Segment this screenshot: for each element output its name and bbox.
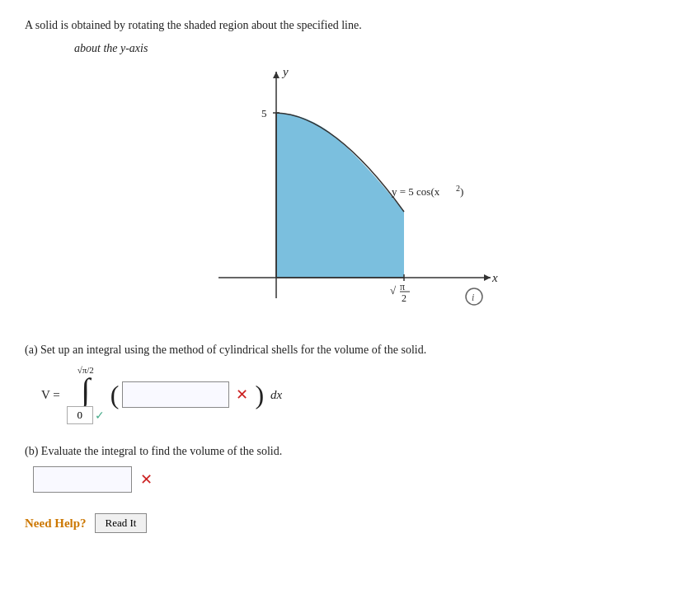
svg-text:y = 5 cos(x: y = 5 cos(x (392, 185, 440, 198)
svg-text:i: i (472, 292, 474, 303)
problem-statement: A solid is obtained by rotating the shad… (25, 16, 675, 34)
dx-label: dx (270, 388, 282, 402)
part-a-label: (a) Set up an integral using the method … (25, 344, 675, 357)
statement-text: A solid is obtained by rotating the shad… (25, 19, 362, 31)
svg-text:x: x (491, 271, 498, 284)
svg-text:y: y (281, 65, 289, 78)
part-a-text: (a) Set up an integral using the method … (25, 344, 426, 356)
part-a-section: (a) Set up an integral using the method … (25, 344, 675, 424)
lower-limit-input[interactable] (67, 406, 93, 424)
svg-text:√: √ (390, 284, 397, 297)
subtitle-text: about the y-axis (74, 42, 148, 54)
svg-marker-3 (484, 274, 491, 281)
part-b-section: (b) Evaluate the integral to find the vo… (25, 445, 675, 493)
graph-container: y x 5 y = 5 cos(x 2 ) √ π 2 i (25, 63, 675, 327)
integral-symbol: √π/2 ∫ ✓ (67, 365, 106, 424)
graph-svg: y x 5 y = 5 cos(x 2 ) √ π 2 i (194, 63, 507, 327)
integral-sign: ∫ (81, 376, 90, 405)
part-b-line: ✕ (33, 466, 675, 493)
svg-text:5: 5 (261, 107, 267, 119)
close-paren: ) (255, 381, 264, 408)
check-mark-icon: ✓ (95, 409, 105, 423)
svg-marker-5 (273, 72, 280, 78)
part-b-times-icon: ✕ (140, 470, 153, 489)
part-b-input[interactable] (33, 466, 132, 493)
svg-text:): ) (460, 185, 463, 198)
v-equals: V = (41, 388, 60, 402)
part-b-text: (b) Evaluate the integral to find the vo… (25, 445, 282, 457)
open-paren: ( (110, 381, 120, 408)
times-icon: ✕ (236, 386, 248, 404)
integral-line: V = √π/2 ∫ ✓ ( ✕ ) dx (41, 365, 675, 424)
svg-text:2: 2 (402, 292, 406, 304)
need-help-section: Need Help? Read It (25, 513, 675, 533)
subtitle: about the y-axis (74, 42, 675, 55)
graph-area: y x 5 y = 5 cos(x 2 ) √ π 2 i (194, 63, 507, 327)
integrand-input[interactable] (122, 381, 229, 408)
read-it-button[interactable]: Read It (95, 513, 148, 533)
svg-text:π: π (400, 281, 405, 292)
part-b-label: (b) Evaluate the integral to find the vo… (25, 445, 675, 458)
need-help-label: Need Help? (25, 517, 87, 531)
